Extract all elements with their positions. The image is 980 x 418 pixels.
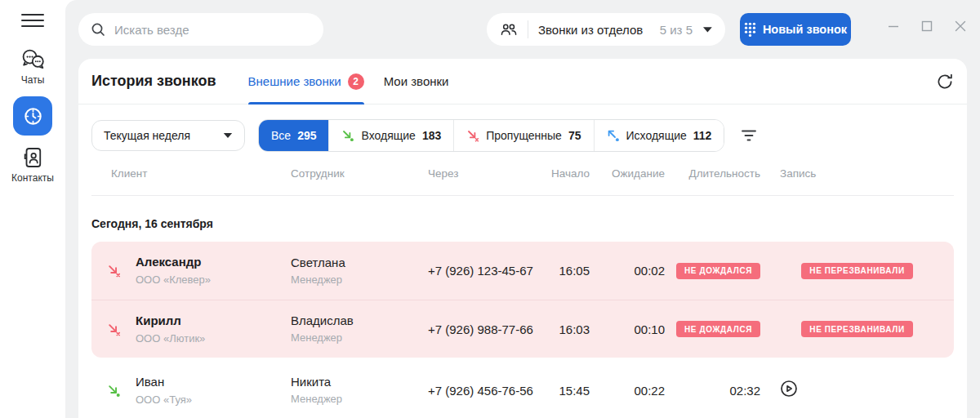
- sidebar-item-contacts[interactable]: Контакты: [11, 145, 54, 184]
- tab-external-calls[interactable]: Внешние звонки 2: [248, 59, 364, 104]
- table-row[interactable]: Кирилл ООО «Лютик» Владислав Менеджер +7…: [91, 300, 954, 358]
- close-button[interactable]: [954, 20, 967, 33]
- employee-cell: Владислав Менеджер: [291, 314, 428, 345]
- segment-label: Пропущенные: [486, 129, 562, 142]
- page-title: История звонков: [91, 73, 216, 90]
- client-name: Александр: [136, 255, 291, 269]
- client-company: ООО «Лютик»: [136, 332, 291, 345]
- employee-name: Светлана: [291, 256, 428, 269]
- client-name: Иван: [136, 375, 291, 389]
- segment-label: Исходящие: [626, 129, 687, 142]
- period-select[interactable]: Текущая неделя: [91, 120, 245, 151]
- segment-count: 75: [568, 129, 581, 142]
- client-cell: Иван ООО «Туя»: [136, 375, 291, 407]
- clock-icon: [22, 105, 44, 127]
- start-time: 16:03: [547, 322, 606, 336]
- filters-bar: Текущая неделя Все 295: [91, 119, 954, 152]
- incoming-call-icon: [341, 129, 354, 142]
- missed-call-icon: [91, 322, 136, 336]
- segment-outgoing[interactable]: Исходящие 112: [594, 120, 724, 151]
- wait-time: 00:22: [606, 384, 665, 398]
- filter-button[interactable]: [741, 128, 757, 143]
- segment-label: Все: [271, 129, 291, 142]
- wait-time: 00:02: [606, 264, 665, 278]
- record-cell: [760, 380, 954, 401]
- sidebar-item-label: Контакты: [11, 172, 54, 184]
- table-header: Клиент Сотрудник Через Начало Ожидание Д…: [91, 152, 954, 196]
- sidebar-item-chats[interactable]: Чаты: [20, 47, 46, 86]
- employee-cell: Никита Менеджер: [291, 375, 428, 406]
- missed-call-icon: [466, 129, 479, 142]
- employee-name: Владислав: [291, 314, 428, 327]
- tabs: Внешние звонки 2 Мои звонки: [229, 59, 449, 104]
- status-badge: НЕ ПЕРЕЗВАНИВАЛИ: [801, 321, 912, 337]
- card-header: История звонков Внешние звонки 2 Мои зво…: [78, 59, 967, 104]
- column-header-client: Клиент: [111, 167, 291, 180]
- segment-count: 295: [297, 129, 316, 142]
- employee-role: Менеджер: [291, 331, 428, 345]
- employee-name: Никита: [291, 375, 428, 389]
- wait-time: 00:10: [606, 322, 665, 336]
- client-company: ООО «Туя»: [136, 394, 291, 407]
- via-number: +7 (926) 456-76-56: [428, 384, 547, 398]
- status-badge: НЕ ПЕРЕЗВАНИВАЛИ: [801, 263, 912, 279]
- maximize-button[interactable]: [920, 20, 933, 33]
- client-cell: Кирилл ООО «Лютик»: [136, 314, 291, 345]
- missed-call-icon: [91, 264, 136, 278]
- tab-label: Внешние звонки: [248, 74, 341, 88]
- search-input[interactable]: [114, 23, 312, 37]
- column-header-duration: Длительность: [665, 167, 760, 180]
- dialpad-icon: [744, 22, 756, 37]
- chevron-down-icon: [223, 132, 233, 139]
- tab-my-calls[interactable]: Мои звонки: [384, 59, 449, 104]
- column-header-wait: Ожидание: [606, 167, 665, 180]
- new-call-button[interactable]: Новый звонок: [740, 13, 851, 46]
- new-call-label: Новый звонок: [763, 23, 847, 36]
- outgoing-call-icon: [607, 129, 620, 142]
- table-row[interactable]: Иван ООО «Туя» Никита Менеджер +7 (926) …: [91, 361, 954, 418]
- divider: [528, 20, 528, 38]
- segment-incoming[interactable]: Входящие 183: [328, 120, 453, 151]
- call-rows: Александр ООО «Клевер» Светлана Менеджер…: [91, 242, 954, 418]
- period-value: Текущая неделя: [104, 129, 190, 142]
- employee-role: Менеджер: [291, 273, 428, 287]
- hamburger-icon: [21, 20, 44, 21]
- status-badge: НЕ ДОЖДАЛСЯ: [676, 263, 760, 279]
- refresh-button[interactable]: [936, 73, 954, 91]
- column-header-start: Начало: [547, 167, 606, 180]
- status-badge: НЕ ДОЖДАЛСЯ: [676, 321, 760, 337]
- employee-role: Менеджер: [291, 393, 428, 406]
- segment-all[interactable]: Все 295: [259, 120, 328, 151]
- column-header-employee: Сотрудник: [291, 167, 428, 180]
- hamburger-icon: [21, 25, 44, 27]
- start-time: 15:45: [547, 384, 606, 398]
- departments-dropdown[interactable]: Звонки из отделов 5 из 5: [487, 13, 725, 46]
- menu-button[interactable]: [21, 11, 44, 29]
- chevron-down-icon: [702, 26, 713, 33]
- global-search[interactable]: [78, 13, 323, 46]
- segment-count: 112: [693, 129, 712, 142]
- via-number: +7 (926) 988-77-66: [428, 322, 547, 336]
- client-company: ООО «Клевер»: [136, 273, 291, 287]
- sidebar-item-call-history[interactable]: [13, 96, 52, 136]
- call-history-card: История звонков Внешние звонки 2 Мои зво…: [78, 59, 967, 418]
- column-header-via: Через: [428, 167, 547, 180]
- topbar: Звонки из отделов 5 из 5 Новый звонок: [65, 0, 980, 59]
- window-controls: [887, 20, 967, 33]
- employee-cell: Светлана Менеджер: [291, 256, 428, 287]
- sidebar: Чаты Контакты: [0, 0, 65, 418]
- incoming-call-icon: [91, 384, 136, 398]
- people-icon: [499, 21, 518, 38]
- record-cell: НЕ ПЕРЕЗВАНИВАЛИ: [760, 321, 954, 337]
- segment-missed[interactable]: Пропущенные 75: [453, 120, 593, 151]
- call-type-segments: Все 295 Входящие 183: [258, 119, 724, 152]
- start-time: 16:05: [547, 264, 606, 278]
- client-cell: Александр ООО «Клевер»: [136, 255, 291, 287]
- record-cell: НЕ ПЕРЕЗВАНИВАЛИ: [760, 263, 954, 279]
- minimize-button[interactable]: [887, 20, 900, 33]
- table-row[interactable]: Александр ООО «Клевер» Светлана Менеджер…: [91, 242, 954, 300]
- play-record-button[interactable]: [780, 380, 798, 398]
- duration-cell: НЕ ДОЖДАЛСЯ: [665, 321, 760, 337]
- column-header-record: Запись: [760, 167, 954, 180]
- client-name: Кирилл: [136, 314, 291, 328]
